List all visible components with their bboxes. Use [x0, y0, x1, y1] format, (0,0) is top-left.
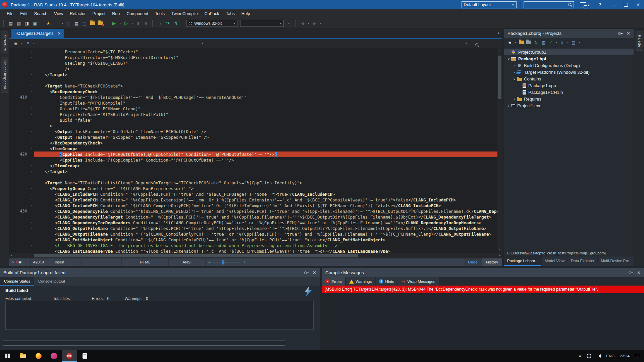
step-over-icon[interactable]: ↷ — [164, 20, 171, 27]
code-line[interactable]: · <Output TaskParameter="OutOfDate" Item… — [9, 129, 502, 134]
tree-item-build-configurations-debug-[interactable]: ›Build Configurations (Debug) — [504, 62, 634, 69]
menu-item-cnpack[interactable]: CnPack — [201, 9, 223, 18]
code-line[interactable]: 410 Condition="'$(FileToCompile)'=='' An… — [9, 95, 502, 100]
code-line[interactable]: · <ItemGroup> — [9, 146, 502, 152]
code-line[interactable]: · OutputFile="$(TC_PCHName_Clang)" — [9, 106, 502, 112]
code-view-tab[interactable]: Code — [464, 258, 482, 266]
horizontal-scroll-thumb[interactable] — [34, 254, 358, 257]
tree-item-target-platforms-windows-32-bit-[interactable]: ›Target Platforms (Windows 32-bit) — [504, 69, 634, 75]
zoom-in-icon[interactable]: + — [243, 258, 246, 266]
structure-tab[interactable]: Structure — [1, 32, 8, 54]
messages-tab-hints[interactable]: iHints — [376, 277, 397, 286]
new-unit-icon[interactable]: ▤ — [73, 20, 80, 27]
zoom-slider-thumb[interactable] — [222, 260, 224, 264]
desktop-layout-combo[interactable]: Default Layout ∨ — [462, 1, 517, 8]
tab-list-chevron-icon[interactable]: ▾ — [498, 31, 499, 35]
code-line[interactable]: · — [9, 174, 502, 180]
code-line[interactable]: · <CppFiles Include="@(CppCompile)" Cond… — [9, 157, 502, 163]
code-line[interactable]: · InputFiles="@(PCHCompile)" — [9, 100, 502, 106]
run-configuration-combo[interactable]: ▾ — [240, 20, 284, 27]
new-project-icon[interactable]: ★ — [45, 20, 52, 27]
code-line[interactable]: · <CLANG_OutputFileName Condition=" '%(C… — [9, 226, 502, 231]
volume-icon[interactable] — [597, 354, 601, 358]
compile-status-list[interactable] — [5, 301, 314, 330]
zoom-out-icon[interactable]: – — [208, 258, 211, 266]
step-return-icon[interactable]: ↰ — [172, 20, 179, 27]
install-package-icon[interactable]: ▤ — [570, 39, 577, 46]
compile-chevron-icon[interactable]: ▾ — [554, 41, 558, 44]
menu-item-view[interactable]: View — [51, 9, 66, 18]
code-line[interactable]: 430 <CLANG_DependencyFile Condition="'$(… — [9, 208, 502, 214]
menu-item-component[interactable]: Component — [123, 9, 152, 18]
save-icon[interactable]: ▣ — [31, 20, 39, 27]
tree-expand-icon[interactable]: › — [506, 104, 511, 108]
menu-item-project[interactable]: Project — [89, 9, 109, 18]
search-input[interactable] — [526, 2, 568, 7]
tree-expand-icon[interactable]: ∨ — [512, 77, 517, 81]
code-line[interactable]: - <Target Name="TCBuildFileListClang" De… — [9, 180, 502, 186]
tree-item-project1-exe[interactable]: ›Project1.exe — [504, 102, 634, 109]
code-line[interactable]: 420 <CppFiles Include="@(PCHOutOfDate);@… — [9, 152, 502, 157]
new-item-icon[interactable]: ★ — [506, 39, 513, 46]
vertical-scroll-thumb[interactable] — [498, 56, 501, 99]
run-icon[interactable]: ▶ — [110, 20, 118, 27]
menu-item-refactor[interactable]: Refactor — [66, 9, 89, 18]
code-line[interactable]: · ProjectFileName="$(MSBuildProjectFullP… — [9, 112, 502, 117]
menu-item-search[interactable]: Search — [31, 9, 51, 18]
desktop-switch-chevron-icon[interactable]: ∨ — [588, 3, 590, 6]
close-icon[interactable]: ✕ — [313, 270, 316, 275]
new-item-chevron-icon[interactable]: ▾ — [514, 41, 518, 44]
tree-expand-icon[interactable]: › — [512, 70, 517, 74]
scroll-left-icon[interactable]: ◂ — [10, 253, 12, 257]
menu-item-file[interactable]: File — [3, 9, 17, 18]
menu-item-twinecompile[interactable]: TwineCompile — [168, 9, 201, 18]
code-line[interactable]: · </ItemGroup> — [9, 163, 502, 169]
graphics-app-button[interactable] — [46, 350, 62, 362]
build-tab-console-output[interactable]: Console Output — [34, 277, 69, 286]
menu-item-tools[interactable]: Tools — [152, 9, 168, 18]
code-line[interactable]: · </Target> — [9, 169, 502, 174]
code-line[interactable]: - > — [9, 123, 502, 129]
code-line[interactable]: · </Target> — [9, 72, 502, 77]
window-arrow-icon[interactable]: ◨ — [23, 20, 31, 27]
navigate-forward-button[interactable]: ▶ — [311, 20, 319, 27]
minimize-button[interactable]: — — [608, 0, 620, 9]
code-line[interactable]: · Build="false" — [9, 117, 502, 123]
open-window-icon[interactable]: ▧ — [15, 20, 22, 27]
projects-bottom-tab-2[interactable]: Data Explorer — [568, 256, 598, 266]
compile-project-icon[interactable]: ✓ — [547, 39, 554, 46]
editor-middle-chevron-icon[interactable]: ▾ — [202, 42, 204, 45]
forward-history-chevron-icon[interactable]: ▾ — [319, 22, 323, 25]
desktop-switch-icon[interactable] — [580, 2, 586, 7]
scroll-down-icon[interactable]: ▾ — [497, 247, 502, 252]
code-line[interactable]: - <CLANG_EmitNativeObject Condition=" '$… — [9, 237, 502, 243]
code-line[interactable]: · <Target Name="TCCheckPCHState"> — [9, 83, 502, 89]
start-button[interactable] — [0, 350, 15, 362]
pin-icon[interactable] — [618, 31, 623, 36]
editor-horizontal-scrollbar[interactable]: ◂ ▸ — [9, 253, 502, 258]
code-line[interactable]: · <!-- BEG-OF-INVESTIGATE: The propertie… — [9, 243, 502, 248]
editor-tab[interactable]: TCTargets104.targets ✕ — [11, 29, 64, 38]
tree-item-contains[interactable]: ∨Contains — [504, 75, 634, 82]
firefox-button[interactable] — [31, 350, 46, 362]
install-chevron-icon[interactable]: ▾ — [577, 41, 581, 44]
code-line[interactable]: · UseClang="$(USING_CLANG)" — [9, 60, 502, 66]
show-hidden-icons-button[interactable]: ∧ — [579, 354, 581, 358]
object-inspector-tab[interactable]: Object Inspector — [1, 57, 8, 93]
code-line[interactable]: · <CLANG_IncludePCH Condition=" '$(CLANG… — [9, 203, 502, 208]
code-line[interactable]: - /> — [9, 66, 502, 72]
editor-right-chevron-icon[interactable]: ▾ — [465, 42, 467, 45]
close-icon[interactable]: ✕ — [627, 31, 630, 36]
navigate-back-button[interactable]: ◀ — [299, 20, 307, 27]
tree-expand-icon[interactable]: › — [512, 97, 517, 101]
projects-bottom-tab-1[interactable]: Model View — [542, 256, 568, 266]
module-view-chevron-icon[interactable]: ▾ — [20, 42, 24, 45]
tray-app-icon[interactable] — [587, 354, 591, 358]
run-chevron-icon[interactable]: ▾ — [118, 22, 122, 25]
refresh-icon[interactable]: ↻ — [533, 39, 539, 46]
tree-item-projectgroup1[interactable]: ProjectGroup1 — [504, 49, 634, 55]
code-line[interactable]: · <BccDependencyCheck — [9, 89, 502, 95]
module-view-icon[interactable]: ▣ — [12, 40, 19, 47]
history-view-tab[interactable]: History — [482, 258, 502, 266]
scroll-right-icon[interactable]: ▸ — [499, 253, 501, 257]
